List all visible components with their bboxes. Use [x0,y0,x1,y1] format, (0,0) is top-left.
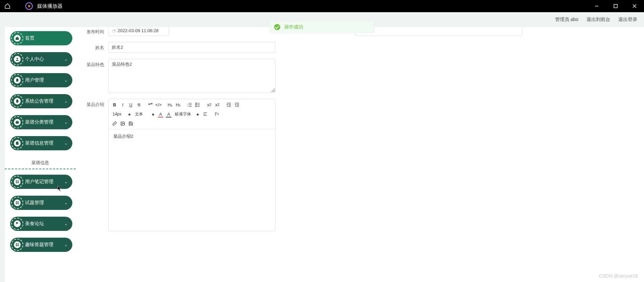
window-maximize-button[interactable] [606,0,625,12]
rte-font-family-select[interactable]: 标准字体 ◆ [173,110,201,118]
svg-rect-10 [16,142,19,145]
sidebar-item-label: 个人中心 [24,56,64,62]
window-minimize-button[interactable] [587,0,606,12]
sidebar-item-label: 首页 [24,35,72,41]
rte-text-color-button[interactable]: A [157,110,165,118]
sidebar-item-label: 试题管理 [24,200,64,206]
publish-time-value[interactable] [118,28,165,33]
sidebar-item-profile[interactable]: 个人中心 ⌄ [10,52,72,66]
sidebar-item-label: 用户管理 [24,77,64,83]
svg-rect-23 [16,245,17,246]
rich-text-editor: B I U S ❝❞ </> H₁ H₂ 123 x2 x2 [108,99,276,231]
caret-icon: ◆ [196,112,199,116]
svg-rect-21 [16,243,17,244]
svg-rect-1 [614,4,617,8]
window-close-button[interactable] [625,0,644,12]
sidebar-item-questions[interactable]: 试题管理 ⌄ [10,196,72,210]
rte-block-type-value: 文本 [135,111,143,117]
header-logout-link[interactable]: 退出登录 [618,17,637,23]
sidebar-item-label: 美食论坛 [24,221,64,227]
rte-outdent-button[interactable] [225,101,233,109]
flag-icon [14,220,21,227]
svg-rect-20 [18,203,19,204]
sidebar-item-label: 菜谱分类管理 [24,119,64,125]
rte-indent-button[interactable] [233,101,241,109]
chevron-down-icon: ⌄ [64,242,72,247]
rte-ordered-list-button[interactable]: 123 [186,101,194,109]
feature-label: 菜品特色 [81,59,108,68]
sidebar-item-notice[interactable]: 系统公告管理 ⌄ [10,94,72,108]
account-value[interactable] [359,28,519,33]
rte-h1-button[interactable]: H₁ [166,101,174,109]
svg-rect-6 [17,79,18,79]
rte-font-size-value: 14px [113,112,121,116]
rte-align-button[interactable] [201,110,209,118]
rte-block-type-select[interactable]: 文本 ◆ [133,110,157,118]
briefcase-icon [14,119,21,126]
grid-icon [14,178,21,185]
rte-underline-button[interactable]: U [127,101,135,109]
rte-subscript-button[interactable]: x2 [205,101,213,109]
rte-toolbar: B I U S ❝❞ </> H₁ H₂ 123 x2 x2 [109,99,275,129]
svg-rect-22 [18,243,19,244]
sidebar-item-recipe-category[interactable]: 菜谱分类管理 ⌄ [10,115,72,129]
rte-save-button[interactable] [127,120,135,128]
svg-rect-15 [16,182,17,183]
os-home-icon[interactable] [2,1,13,12]
chevron-down-icon: ⌄ [64,78,72,83]
chevron-down-icon: ⌄ [64,221,72,226]
publish-time-input[interactable]: ◔ [108,27,169,36]
grid-icon [14,241,21,248]
sidebar-item-label: 菜谱信息管理 [24,140,64,146]
publish-time-label: 发布时间 [81,27,108,35]
grid-icon [14,199,21,206]
rte-image-button[interactable] [119,120,127,128]
name-input[interactable] [108,42,276,53]
name-value[interactable] [112,45,272,50]
user-icon [14,56,21,63]
svg-rect-8 [17,100,18,100]
rte-bold-button[interactable]: B [111,101,119,109]
sidebar: 首页 个人中心 ⌄ 用户管理 ⌄ 系统公告管理 ⌄ [5,27,76,282]
rte-content[interactable]: 菜品介绍2 [109,129,275,231]
caret-icon: ◆ [128,112,131,116]
feature-textarea[interactable]: 菜品特色2 [108,59,276,93]
chevron-down-icon: ⌄ [64,200,72,205]
svg-rect-13 [16,180,17,181]
caret-icon: ◆ [152,112,154,116]
sidebar-subitem-recipe-info[interactable]: 菜谱信息 [5,157,76,169]
svg-point-33 [196,104,196,105]
svg-rect-5 [16,79,18,82]
clipboard-icon [14,77,21,84]
sidebar-item-home[interactable]: 首页 [10,31,72,45]
rte-code-button[interactable]: </> [154,101,163,109]
rte-highlight-button[interactable]: A [165,110,173,118]
rte-font-size-select[interactable]: 14px ◆ [111,110,133,118]
rte-quote-button[interactable]: ❝❞ [146,101,154,109]
rte-superscript-button[interactable]: x2 [213,101,221,109]
svg-rect-19 [16,203,17,204]
rte-italic-button[interactable]: I [119,101,127,109]
media-player-icon [24,1,34,12]
success-toast: 操作成功 [270,21,375,33]
clipboard-icon [14,98,21,105]
rte-link-button[interactable] [111,120,119,128]
sidebar-item-user-notes[interactable]: 用户笔记管理 ⌄ [10,175,72,189]
svg-rect-24 [18,245,19,246]
home-icon [14,35,21,42]
rte-unordered-list-button[interactable] [194,101,202,109]
account-input[interactable] [355,27,522,36]
rte-clear-format-button[interactable]: T× [213,110,221,118]
header-admin-label[interactable]: 管理员 abo [555,17,578,23]
rte-strike-button[interactable]: S [135,101,143,109]
header-to-frontend-link[interactable]: 退出到前台 [587,17,610,23]
sidebar-item-forum[interactable]: 美食论坛 ⌄ [10,217,72,231]
document-icon [14,140,21,147]
sidebar-item-quiz[interactable]: 趣味答题管理 ⌄ [10,238,72,252]
intro-label: 菜品介绍 [81,99,108,108]
sidebar-item-users[interactable]: 用户管理 ⌄ [10,73,72,87]
svg-point-4 [17,58,18,59]
svg-rect-16 [18,182,19,183]
rte-h2-button[interactable]: H₂ [174,101,182,109]
sidebar-item-recipe-info[interactable]: 菜谱信息管理 ⌄ [10,136,72,150]
